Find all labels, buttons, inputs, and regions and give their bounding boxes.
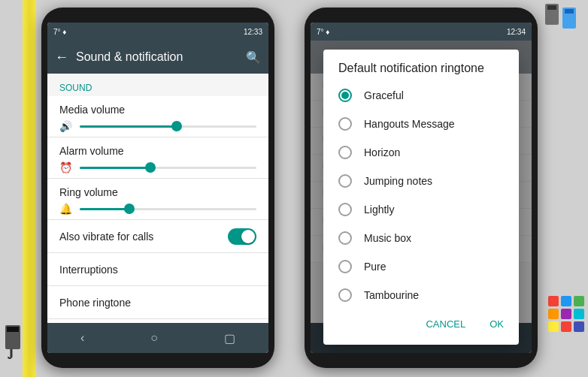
dialog-title: Default notification ringtone [323, 50, 519, 81]
media-vol-track[interactable] [80, 125, 256, 128]
alarm-vol-track[interactable] [80, 167, 256, 169]
phone-ringtone-label: Phone ringtone [59, 297, 256, 309]
radio-hangouts [338, 117, 352, 131]
action-bar-title-left: Sound & notification [76, 50, 238, 64]
pencil-decoration [23, 0, 36, 377]
ring-vol-fill [80, 208, 129, 210]
radio-jumping-notes [338, 174, 352, 188]
radio-lightly [338, 203, 352, 216]
option-lightly-label: Lightly [364, 204, 394, 216]
option-music-box-label: Music box [364, 232, 411, 244]
radio-pure [338, 260, 352, 273]
notification-ringtone-dialog: Default notification ringtone Graceful H… [323, 50, 519, 345]
status-temp-right: 7° ♦ [317, 28, 329, 36]
option-pure-label: Pure [364, 261, 386, 273]
option-horizon[interactable]: Horizon [323, 138, 519, 167]
svg-rect-1 [547, 5, 556, 10]
vibrate-calls-label: Also vibrate for calls [59, 231, 228, 243]
alarm-volume-row: Alarm volume ⏰ [47, 137, 268, 179]
option-hangouts-label: Hangouts Message [364, 118, 455, 130]
interruptions-label: Interruptions [59, 264, 256, 276]
interruptions-text: Interruptions [59, 264, 256, 276]
status-temp-left: 7° ♦ [53, 28, 66, 36]
phone-ringtone-row[interactable]: Phone ringtone [47, 286, 268, 319]
phone-left-screen: 7° ♦ 12:33 ← Sound & notification 🔍 Soun… [47, 23, 268, 353]
status-right-right-info: 12:34 [507, 28, 526, 36]
dialog-actions: CANCEL OK [323, 309, 519, 339]
vibrate-calls-toggle[interactable] [228, 228, 256, 245]
media-vol-thumb[interactable] [171, 121, 182, 131]
ring-vol-track[interactable] [80, 208, 256, 210]
option-graceful-label: Graceful [364, 89, 404, 101]
svg-rect-5 [7, 327, 19, 332]
status-right-left-info: 7° ♦ [317, 28, 329, 36]
alarm-vol-icon: ⏰ [59, 161, 72, 173]
vibrate-calls-row[interactable]: Also vibrate for calls [47, 220, 268, 253]
back-button-left[interactable]: ← [55, 50, 68, 65]
option-tambourine[interactable]: Tambourine [323, 281, 519, 306]
ring-vol-icon: 🔔 [59, 203, 72, 215]
action-bar-left: ← Sound & notification 🔍 [47, 41, 268, 74]
phone-right: 7° ♦ 12:34 Default notification ringtone [305, 8, 538, 368]
phone-left: 7° ♦ 12:33 ← Sound & notification 🔍 Soun… [41, 8, 274, 368]
bottom-nav-left: ‹ ○ ▢ [47, 323, 268, 353]
settings-content-left: Sound Media volume 🔊 Alarm volume ⏰ [47, 74, 268, 323]
status-time-right: 12:34 [507, 28, 526, 36]
status-right-info: 12:33 [244, 28, 262, 36]
radio-music-box [338, 231, 352, 245]
phone-ringtone-text: Phone ringtone [59, 297, 256, 309]
dialog-ok-button[interactable]: OK [480, 312, 513, 336]
dialog-options-list: Graceful Hangouts Message Horizon Jumpin… [323, 81, 519, 306]
section-header-sound: Sound [47, 74, 268, 96]
alarm-vol-thumb[interactable] [145, 162, 156, 173]
dialog-overlay: Default notification ringtone Graceful H… [311, 41, 532, 353]
media-vol-icon: 🔊 [59, 120, 72, 132]
option-jumping-notes-label: Jumping notes [364, 175, 432, 187]
option-music-box[interactable]: Music box [323, 224, 519, 252]
svg-rect-3 [565, 9, 574, 14]
nav-home-left[interactable]: ○ [150, 331, 158, 345]
status-bar-left: 7° ♦ 12:33 [47, 23, 268, 41]
ring-volume-label: Ring volume [59, 186, 118, 198]
search-icon-left[interactable]: 🔍 [246, 50, 261, 65]
option-horizon-label: Horizon [364, 146, 400, 158]
option-hangouts[interactable]: Hangouts Message [323, 110, 519, 138]
alarm-volume-label: Alarm volume [59, 145, 124, 157]
media-volume-row: Media volume 🔊 [47, 96, 268, 137]
phone-right-screen: 7° ♦ 12:34 Default notification ringtone [311, 23, 532, 353]
nav-recents-left[interactable]: ▢ [224, 331, 235, 345]
ring-volume-row: Ring volume 🔔 [47, 179, 268, 220]
option-pure[interactable]: Pure [323, 252, 519, 281]
media-volume-label: Media volume [59, 104, 125, 116]
radio-graceful [338, 89, 352, 102]
dialog-cancel-button[interactable]: CANCEL [417, 312, 474, 336]
nav-back-left[interactable]: ‹ [80, 331, 84, 345]
option-tambourine-label: Tambourine [364, 289, 419, 301]
option-lightly[interactable]: Lightly [323, 195, 519, 224]
binder-clips-top [541, 4, 579, 52]
status-left-info: 7° ♦ [53, 28, 66, 36]
binder-clip-bottom-left [4, 321, 34, 362]
radio-inner-graceful [341, 92, 349, 99]
ring-vol-thumb[interactable] [124, 204, 135, 214]
status-bar-right: 7° ♦ 12:34 [311, 23, 532, 41]
option-jumping-notes[interactable]: Jumping notes [323, 167, 519, 195]
interruptions-row[interactable]: Interruptions [47, 253, 268, 286]
toggle-knob [241, 230, 255, 243]
radio-tambourine [338, 288, 352, 302]
alarm-vol-fill [80, 167, 150, 169]
radio-horizon [338, 146, 352, 159]
status-time-left: 12:33 [244, 28, 262, 36]
option-graceful[interactable]: Graceful [323, 81, 519, 110]
vibrate-calls-text: Also vibrate for calls [59, 231, 228, 243]
media-vol-fill [80, 125, 177, 128]
colored-blocks [548, 296, 584, 332]
